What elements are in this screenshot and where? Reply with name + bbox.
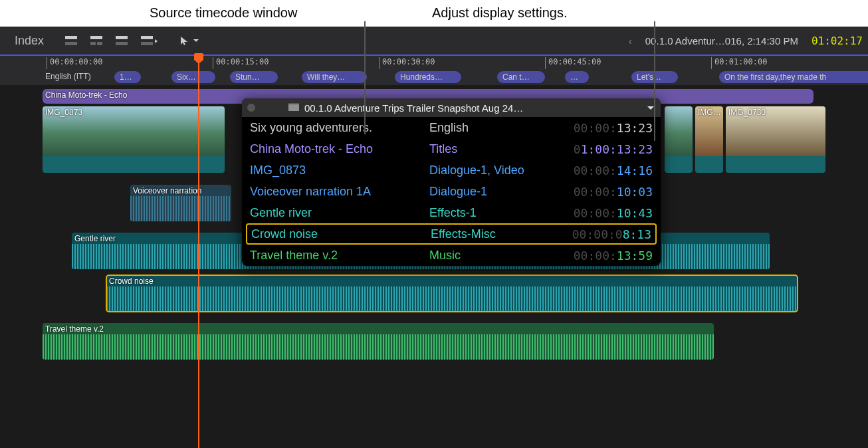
row-timecode: 00:00:13:23: [562, 121, 653, 135]
callout-display-settings: Adjust display settings.: [432, 5, 567, 21]
timecode-row[interactable]: Voiceover narration 1ADialogue-100:00:10…: [242, 181, 661, 202]
row-timecode: 00:00:08:13: [564, 227, 651, 241]
clip-icon: [288, 103, 299, 112]
breadcrumb-title[interactable]: 00.1.0 Adventur…016, 2:14:30 PM: [645, 35, 798, 47]
row-clip-name: Travel theme v.2: [250, 249, 429, 263]
svg-rect-2: [90, 36, 102, 39]
timeline-toolbar: Index ‹ 00.1.0 Adventur…016, 2:14:30 PM …: [0, 27, 868, 56]
row-clip-name: Six young adventurers.: [250, 121, 429, 135]
caption-chip[interactable]: Let's…: [631, 71, 678, 83]
ruler-tick: 00:00:00:00: [47, 57, 102, 69]
video-clip-2[interactable]: [665, 106, 693, 173]
close-icon[interactable]: [247, 104, 255, 112]
caption-chip[interactable]: Will they…: [302, 71, 367, 83]
timecode-row[interactable]: Gentle riverEffects-100:00:10:43: [242, 202, 661, 223]
svg-rect-3: [90, 42, 96, 45]
row-clip-name: IMG_0873: [250, 164, 429, 177]
timecode-row[interactable]: IMG_0873Dialogue-1, Video00:00:14:16: [242, 160, 661, 181]
callout-source-timecode: Source timecode window: [150, 5, 297, 21]
row-clip-name: Crowd noise: [251, 227, 431, 241]
display-settings-button[interactable]: [646, 103, 655, 112]
ruler-tick: 00:00:30:00: [379, 57, 435, 69]
caption-chip[interactable]: On the first day,they made th: [719, 71, 868, 83]
ruler-tick: 00:00:15:00: [213, 57, 269, 69]
video-clip-img0873[interactable]: IMG_0873: [43, 106, 225, 173]
row-timecode: 00:00:10:43: [562, 206, 653, 220]
row-clip-name: China Moto-trek - Echo: [250, 142, 429, 156]
app-window: Index ‹ 00.1.0 Adventur…016, 2:14:30 PM …: [0, 27, 868, 448]
insert-tool-icon[interactable]: [89, 33, 104, 48]
pointer-tool[interactable]: [179, 35, 199, 46]
svg-rect-5: [116, 36, 128, 39]
svg-rect-8: [141, 42, 153, 45]
row-clip-name: Voiceover narration 1A: [250, 185, 429, 199]
ruler-tick: 00:00:45:00: [545, 57, 601, 69]
video-clip-img0730[interactable]: IMG_0730: [726, 106, 825, 173]
video-clip-3[interactable]: IMG…: [695, 106, 723, 173]
row-timecode: 00:00:10:03: [562, 185, 653, 199]
row-role: Effects-Misc: [431, 227, 564, 241]
voiceover-clip[interactable]: Voiceover narration: [130, 185, 231, 221]
connect-tool-icon[interactable]: [64, 33, 78, 48]
svg-rect-1: [65, 42, 77, 45]
playhead[interactable]: [198, 55, 199, 448]
row-role: Dialogue-1, Video: [429, 164, 562, 177]
svg-rect-6: [116, 42, 128, 45]
time-ruler[interactable]: 00:00:00:0000:00:15:0000:00:30:0000:00:4…: [0, 56, 868, 70]
clip-label: IMG…: [698, 108, 721, 117]
overwrite-tool-icon[interactable]: [140, 33, 154, 48]
row-timecode: 00:00:13:59: [562, 249, 653, 263]
row-timecode: 01:00:13:23: [562, 142, 653, 156]
row-role: Titles: [429, 142, 562, 156]
timecode-row[interactable]: Six young adventurers.English00:00:13:23: [242, 117, 661, 138]
popup-title: 00.1.0 Adventure Trips Trailer Snapshot …: [304, 102, 523, 114]
svg-rect-0: [65, 36, 77, 39]
row-role: Effects-1: [429, 206, 562, 220]
caption-chip[interactable]: Six…: [171, 71, 215, 83]
caption-chip[interactable]: Hundreds…: [395, 71, 461, 83]
clip-label: IMG_0873: [45, 108, 82, 117]
caption-chip[interactable]: Can t…: [497, 71, 545, 83]
row-clip-name: Gentle river: [250, 206, 429, 220]
popup-titlebar[interactable]: 00.1.0 Adventure Trips Trailer Snapshot …: [242, 98, 661, 117]
clip-label: Gentle river: [74, 234, 116, 243]
source-timecode-window[interactable]: 00.1.0 Adventure Trips Trailer Snapshot …: [242, 98, 661, 266]
timecode-row[interactable]: Travel theme v.2Music00:00:13:59: [242, 245, 661, 266]
travel-theme-clip[interactable]: Travel theme v.2: [43, 323, 714, 360]
row-role: Dialogue-1: [429, 185, 562, 199]
breadcrumb-prev[interactable]: ‹: [629, 35, 632, 47]
caption-chip[interactable]: Stun…: [230, 71, 278, 83]
svg-rect-10: [288, 103, 299, 104]
caption-language: English (ITT): [45, 72, 91, 81]
title-clip-label: China Moto-trek - Echo: [45, 90, 127, 100]
svg-rect-9: [288, 104, 299, 111]
index-button[interactable]: Index: [15, 34, 44, 48]
master-timecode[interactable]: 01:02:17: [812, 35, 863, 47]
row-role: English: [429, 121, 562, 135]
clip-label: Voiceover narration: [133, 186, 201, 195]
row-role: Music: [429, 249, 562, 263]
clip-label: IMG_0730: [728, 108, 766, 117]
crowd-noise-clip[interactable]: Crowd noise: [106, 275, 798, 312]
timecode-row[interactable]: China Moto-trek - EchoTitles01:00:13:23: [242, 138, 661, 160]
clip-label: Travel theme v.2: [45, 324, 104, 334]
svg-rect-7: [141, 36, 153, 39]
caption-lane[interactable]: English (ITT) 1…Six…Stun…Will they…Hundr…: [0, 70, 868, 85]
playhead-handle[interactable]: [194, 53, 203, 60]
svg-rect-4: [97, 42, 102, 45]
caption-chip[interactable]: 1…: [114, 71, 141, 83]
append-tool-icon[interactable]: [114, 33, 129, 48]
timecode-row[interactable]: Crowd noiseEffects-Misc00:00:08:13: [246, 223, 657, 245]
ruler-tick: 00:01:00:00: [711, 57, 767, 69]
row-timecode: 00:00:14:16: [562, 164, 653, 177]
caption-chip[interactable]: …: [565, 71, 589, 83]
clip-label: Crowd noise: [109, 277, 154, 286]
